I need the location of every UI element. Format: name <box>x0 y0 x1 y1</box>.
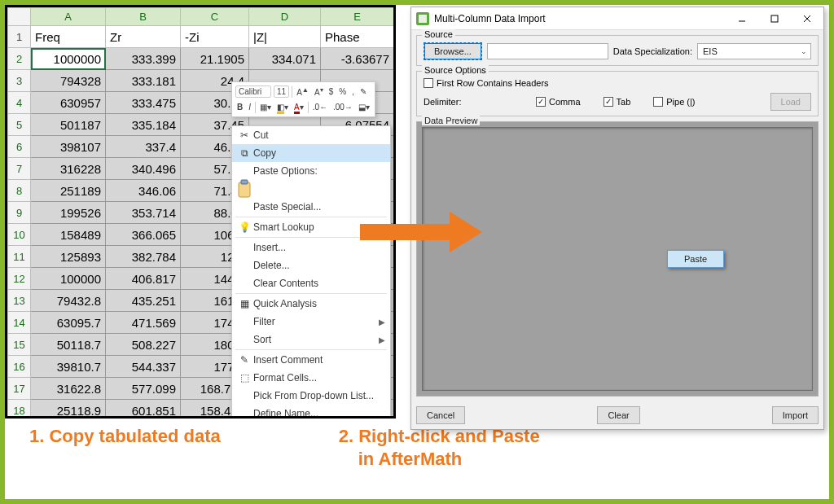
cell[interactable]: 398107 <box>31 136 106 158</box>
increase-decimal-icon[interactable]: .00→ <box>331 102 354 112</box>
menu-define-name[interactable]: Define Name... <box>232 405 390 419</box>
cell[interactable]: 79432.8 <box>31 290 106 312</box>
cell[interactable]: 334.071 <box>249 48 321 70</box>
tab-checkbox[interactable]: ✓Tab <box>604 97 631 107</box>
increase-font-icon[interactable]: A▲ <box>295 85 310 98</box>
cell[interactable]: Freq <box>31 26 106 48</box>
border-icon[interactable]: ▦▾ <box>258 102 273 112</box>
cell[interactable]: 125893 <box>31 246 106 268</box>
currency-icon[interactable]: $ <box>327 86 336 97</box>
col-A[interactable]: A <box>31 8 106 26</box>
cell[interactable]: 601.851 <box>106 400 181 419</box>
row-head[interactable]: 14 <box>8 312 31 334</box>
clear-button[interactable]: Clear <box>597 406 639 424</box>
row-head[interactable]: 10 <box>8 224 31 246</box>
row-head[interactable]: 1 <box>8 26 31 48</box>
cell[interactable]: 366.065 <box>106 224 181 246</box>
cell[interactable]: 508.227 <box>106 334 181 356</box>
row-head[interactable]: 7 <box>8 158 31 180</box>
row-head[interactable]: 8 <box>8 180 31 202</box>
cell[interactable]: 1000000 <box>31 48 106 70</box>
cell[interactable]: 382.784 <box>106 246 181 268</box>
fill-color-icon[interactable]: ◧▾ <box>275 102 290 112</box>
cell[interactable]: 340.496 <box>106 158 181 180</box>
decrease-font-icon[interactable]: A▾ <box>313 85 325 98</box>
row-head[interactable]: 17 <box>8 378 31 400</box>
row-head[interactable]: 3 <box>8 70 31 92</box>
col-C[interactable]: C <box>181 8 249 26</box>
row-head[interactable]: 12 <box>8 268 31 290</box>
menu-delete[interactable]: Delete... <box>232 256 390 274</box>
cell[interactable]: 25118.9 <box>31 400 106 419</box>
col-E[interactable]: E <box>321 8 394 26</box>
comma-icon[interactable]: , <box>350 86 356 97</box>
cell[interactable]: 333.399 <box>106 48 181 70</box>
row-head[interactable]: 4 <box>8 92 31 114</box>
source-path-input[interactable] <box>487 43 608 59</box>
cell[interactable]: 63095.7 <box>31 312 106 334</box>
cell[interactable]: -Zi <box>181 26 249 48</box>
cell[interactable]: 406.817 <box>106 268 181 290</box>
font-color-icon[interactable]: A▾ <box>292 102 305 112</box>
row-head[interactable]: 13 <box>8 290 31 312</box>
comma-checkbox[interactable]: ✓Comma <box>536 97 581 107</box>
paste-context-button[interactable]: Paste <box>667 250 724 268</box>
cell[interactable]: 337.4 <box>106 136 181 158</box>
cell[interactable]: 577.099 <box>106 378 181 400</box>
cell[interactable]: 199526 <box>31 202 106 224</box>
menu-cut[interactable]: ✂ Cut <box>232 126 390 144</box>
close-button[interactable] <box>791 7 823 30</box>
cell[interactable]: Zr <box>106 26 181 48</box>
italic-icon[interactable]: I <box>247 102 252 112</box>
row-head[interactable]: 16 <box>8 356 31 378</box>
cell[interactable]: 353.714 <box>106 202 181 224</box>
cancel-button[interactable]: Cancel <box>416 406 465 424</box>
cell[interactable]: 794328 <box>31 70 106 92</box>
maximize-button[interactable] <box>758 7 791 30</box>
font-name-dropdown[interactable]: Calibri <box>235 85 271 98</box>
import-button[interactable]: Import <box>772 406 819 424</box>
menu-copy[interactable]: ⧉ Copy <box>232 144 390 162</box>
font-size-dropdown[interactable]: 11 <box>274 85 289 98</box>
browse-button[interactable]: Browse... <box>424 42 482 60</box>
menu-pick-list[interactable]: Pick From Drop-down List... <box>232 387 390 405</box>
menu-filter[interactable]: Filter▶ <box>232 313 390 331</box>
row-head[interactable]: 5 <box>8 114 31 136</box>
menu-sort[interactable]: Sort▶ <box>232 331 390 348</box>
pipe-checkbox[interactable]: Pipe (|) <box>653 97 695 107</box>
cell[interactable]: 333.181 <box>106 70 181 92</box>
cell[interactable]: 471.569 <box>106 312 181 334</box>
row-head[interactable]: 6 <box>8 136 31 158</box>
menu-quick-analysis[interactable]: ▦Quick Analysis <box>232 295 390 313</box>
data-preview-area[interactable]: Paste <box>422 127 813 391</box>
col-D[interactable]: D <box>249 8 321 26</box>
cell[interactable]: 50118.7 <box>31 334 106 356</box>
col-B[interactable]: B <box>106 8 181 26</box>
cell[interactable]: 501187 <box>31 114 106 136</box>
bold-icon[interactable]: B <box>235 102 244 112</box>
cell[interactable]: 316228 <box>31 158 106 180</box>
cell[interactable]: 39810.7 <box>31 356 106 378</box>
cell[interactable]: -3.63677 <box>321 48 394 70</box>
merge-icon[interactable]: ⬓▾ <box>357 102 371 112</box>
decrease-decimal-icon[interactable]: .0← <box>311 102 329 112</box>
cell[interactable]: 333.475 <box>106 92 181 114</box>
cell[interactable]: 630957 <box>31 92 106 114</box>
cell[interactable]: 335.184 <box>106 114 181 136</box>
menu-insert-comment[interactable]: ✎Insert Comment <box>232 351 390 369</box>
row-head[interactable]: 15 <box>8 334 31 356</box>
cell[interactable]: 158489 <box>31 224 106 246</box>
row-head[interactable]: 9 <box>8 202 31 224</box>
first-row-checkbox[interactable]: First Row Contains Headers <box>424 78 549 88</box>
data-spec-dropdown[interactable]: EIS ⌄ <box>697 43 811 59</box>
cell[interactable]: 346.06 <box>106 180 181 202</box>
cell[interactable]: |Z| <box>249 26 321 48</box>
cell[interactable]: 544.337 <box>106 356 181 378</box>
row-head[interactable]: 2 <box>8 48 31 70</box>
cell[interactable]: 21.1905 <box>181 48 249 70</box>
row-head[interactable]: 18 <box>8 400 31 419</box>
cell[interactable]: Phase <box>321 26 394 48</box>
minimize-button[interactable] <box>726 7 758 30</box>
select-all-cell[interactable] <box>8 8 31 26</box>
cell[interactable]: 435.251 <box>106 290 181 312</box>
